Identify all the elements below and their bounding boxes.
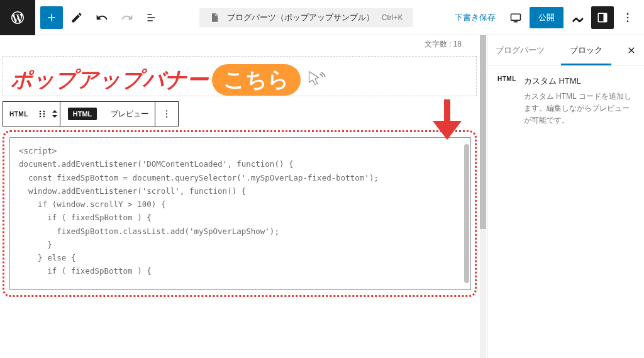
- code-scrollbar[interactable]: [464, 144, 469, 283]
- block-icon-html: HTML: [497, 76, 516, 82]
- top-toolbar: ブログパーツ（ポップアップサンプル） Ctrl+K 下書き保存 公開: [0, 0, 644, 35]
- svg-point-12: [166, 110, 167, 111]
- banner-pill-text: こちら: [212, 64, 301, 96]
- tab-blogparts[interactable]: ブログパーツ: [487, 35, 553, 65]
- wordpress-logo[interactable]: [0, 0, 35, 35]
- keyboard-shortcut: Ctrl+K: [382, 13, 403, 22]
- html-tab[interactable]: HTML: [60, 102, 105, 126]
- svg-point-10: [39, 116, 41, 118]
- block-title: カスタム HTML: [524, 76, 634, 87]
- document-title-area: ブログパーツ（ポップアップサンプル） Ctrl+K: [166, 8, 446, 27]
- redo-button[interactable]: [116, 6, 138, 29]
- block-more-options[interactable]: [155, 102, 178, 126]
- svg-rect-0: [511, 14, 521, 20]
- svg-point-14: [166, 116, 167, 118]
- editor-scrollbar[interactable]: [480, 35, 486, 358]
- chevron-up-icon[interactable]: [51, 109, 58, 114]
- character-count: 文字数 : 18: [0, 35, 487, 51]
- chevron-down-icon[interactable]: [51, 114, 58, 119]
- svg-point-4: [627, 16, 629, 18]
- save-draft-button[interactable]: 下書き保存: [448, 8, 502, 27]
- annotation-arrow: [425, 94, 469, 147]
- sidebar-tabs: ブログパーツ ブロック: [487, 35, 644, 65]
- svg-rect-2: [604, 13, 607, 22]
- svg-point-13: [166, 113, 167, 115]
- settings-panel-button[interactable]: [591, 6, 614, 29]
- cursor-icon: [303, 67, 327, 92]
- swell-icon[interactable]: [566, 6, 589, 29]
- svg-point-3: [627, 13, 629, 14]
- close-icon: [626, 45, 636, 55]
- scrollbar-thumb[interactable]: [480, 35, 486, 229]
- move-arrows[interactable]: [50, 102, 60, 126]
- editor-canvas[interactable]: 文字数 : 18 ポップアップバナー こちら HTML: [0, 35, 487, 358]
- undo-button[interactable]: [91, 6, 113, 29]
- svg-point-6: [39, 111, 41, 113]
- svg-point-11: [43, 116, 45, 118]
- svg-point-5: [627, 20, 629, 22]
- publish-button[interactable]: 公開: [530, 7, 564, 28]
- more-options-button[interactable]: [616, 6, 639, 29]
- banner-block[interactable]: ポップアップバナー こちら: [3, 56, 477, 96]
- block-toolbar: HTML HTML プレビュー: [3, 101, 487, 126]
- sidebar-content: HTML カスタム HTML カスタム HTML コードを追加します。編集しなが…: [487, 65, 644, 137]
- document-title-text: ブログパーツ（ポップアップサンプル）: [225, 12, 377, 23]
- document-icon: [209, 13, 219, 23]
- html-code-textarea[interactable]: [10, 138, 470, 288]
- code-highlight-border: [3, 130, 477, 297]
- preview-device-button[interactable]: [504, 6, 527, 29]
- block-description: カスタム HTML コードを追加します。編集しながらプレビューが可能です。: [524, 91, 634, 127]
- add-block-button[interactable]: [40, 6, 63, 29]
- svg-point-7: [43, 111, 45, 113]
- settings-sidebar: ブログパーツ ブロック HTML カスタム HTML カスタム HTML コード…: [487, 35, 644, 358]
- preview-tab[interactable]: プレビュー: [104, 102, 155, 126]
- svg-point-8: [39, 113, 41, 115]
- document-overview-button[interactable]: [141, 6, 164, 29]
- document-title-bar[interactable]: ブログパーツ（ポップアップサンプル） Ctrl+K: [199, 8, 413, 27]
- drag-handle[interactable]: [35, 102, 50, 126]
- block-type-html-icon[interactable]: HTML: [3, 102, 35, 126]
- sidebar-close-button[interactable]: [619, 35, 644, 65]
- banner-text: ポップアップバナー こちら: [11, 64, 469, 96]
- tab-block[interactable]: ブロック: [553, 35, 619, 65]
- banner-red-text: ポップアップバナー: [11, 65, 208, 94]
- html-code-box: [9, 137, 471, 290]
- svg-point-9: [43, 113, 45, 115]
- edit-tool-button[interactable]: [65, 6, 88, 29]
